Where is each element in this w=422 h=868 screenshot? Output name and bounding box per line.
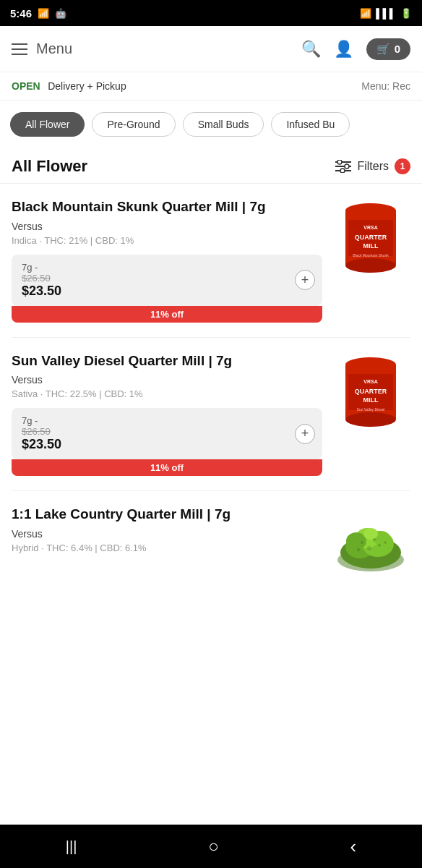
product-info: Sun Valley Diesel Quarter Mill | 7g Vers… xyxy=(12,352,331,477)
wifi-icon: 📶 xyxy=(360,8,371,19)
product-image xyxy=(331,506,410,585)
svg-point-35 xyxy=(384,541,387,544)
discount-badge: 11% off xyxy=(12,306,322,323)
svg-point-30 xyxy=(361,541,363,544)
status-bar: 5:46 📶 🤖 📶 ▌▌▌ 🔋 xyxy=(0,0,422,26)
list-item: Sun Valley Diesel Quarter Mill | 7g Vers… xyxy=(12,338,410,492)
tab-pre-ground[interactable]: Pre-Ground xyxy=(92,112,175,137)
recent-nav-button[interactable]: ‹ xyxy=(335,828,371,865)
product-meta: Indica · THC: 21% | CBD: 1% xyxy=(12,235,322,246)
cart-icon: 🛒 xyxy=(376,43,390,56)
back-nav-button[interactable]: ||| xyxy=(51,831,92,862)
product-brand: Versus xyxy=(12,374,322,386)
battery-icon: 🔋 xyxy=(400,8,412,19)
price-original: $26.50 xyxy=(22,426,61,437)
nav-left: Menu xyxy=(12,41,72,57)
product-info: 1:1 Lake Country Quarter Mill | 7g Versu… xyxy=(12,506,331,562)
page-header: All Flower Filters 1 xyxy=(0,148,422,184)
svg-text:QUARTER: QUARTER xyxy=(355,234,387,241)
svg-text:Black Mountain Skunk: Black Mountain Skunk xyxy=(353,253,389,258)
svg-point-4 xyxy=(345,164,349,169)
signal-icon: 📶 xyxy=(38,8,49,19)
android-icon: 🤖 xyxy=(55,8,66,19)
product-can-image: VRSA QUARTER MILL Black Mountain Skunk xyxy=(338,202,403,274)
svg-point-28 xyxy=(346,532,366,550)
price-details: 7g - $26.50 $23.50 xyxy=(22,262,61,299)
svg-point-16 xyxy=(345,412,396,427)
price-box: 7g - $26.50 $23.50 + xyxy=(12,255,322,306)
price-details: 7g - $26.50 $23.50 xyxy=(22,415,61,452)
list-item: 1:1 Lake Country Quarter Mill | 7g Versu… xyxy=(12,491,410,600)
price-original: $26.50 xyxy=(22,273,61,284)
product-can-image: VRSA QUARTER MILL Sun Valley Diesel xyxy=(338,356,403,428)
add-to-cart-button[interactable]: + xyxy=(295,424,315,444)
discount-badge: 11% off xyxy=(12,459,322,476)
svg-text:MILL: MILL xyxy=(363,396,379,404)
filters-button[interactable]: Filters 1 xyxy=(335,158,410,174)
filter-count-badge: 1 xyxy=(395,158,410,174)
svg-text:VRSA: VRSA xyxy=(363,225,377,230)
svg-text:VRSA: VRSA xyxy=(363,379,377,384)
price-box: 7g - $26.50 $23.50 + xyxy=(12,408,322,459)
price-group: 7g - $26.50 $23.50 + 11% off xyxy=(12,408,322,476)
svg-point-8 xyxy=(345,258,396,273)
menu-type: Menu: Rec xyxy=(361,80,410,93)
open-badge: OPEN xyxy=(12,80,40,92)
tab-infused[interactable]: Infused Bu xyxy=(271,112,350,137)
status-bar-right: 📶 ▌▌▌ 🔋 xyxy=(360,8,412,19)
product-name: 1:1 Lake Country Quarter Mill | 7g xyxy=(12,506,322,524)
svg-text:MILL: MILL xyxy=(363,242,379,250)
svg-point-32 xyxy=(367,546,371,550)
category-tabs: All Flower Pre-Ground Small Buds Infused… xyxy=(0,101,422,148)
svg-point-3 xyxy=(337,160,342,164)
menu-label: Menu: Rec xyxy=(361,80,410,92)
nav-title: Menu xyxy=(36,41,72,57)
nav-bar: Menu 🔍 👤 🛒 0 xyxy=(0,26,422,72)
product-list: Black Mountain Skunk Quarter Mill | 7g V… xyxy=(0,184,422,600)
nav-right: 🔍 👤 🛒 0 xyxy=(301,38,410,60)
add-to-cart-button[interactable]: + xyxy=(295,270,315,290)
product-meta: Sativa · THC: 22.5% | CBD: 1% xyxy=(12,388,322,399)
status-bar-left: 5:46 📶 🤖 xyxy=(10,7,66,20)
svg-point-31 xyxy=(373,538,376,541)
filters-icon xyxy=(335,160,351,173)
delivery-text: Delivery + Pickup xyxy=(48,80,126,92)
price-group: 7g - $26.50 $23.50 + 11% off xyxy=(12,255,322,323)
product-meta: Hybrid · THC: 6.4% | CBD: 6.1% xyxy=(12,542,322,553)
svg-point-33 xyxy=(378,544,381,547)
price-current: $23.50 xyxy=(22,284,61,299)
filters-label: Filters xyxy=(357,160,389,173)
sub-header: OPEN Delivery + Pickup Menu: Rec xyxy=(0,72,422,101)
product-info: Black Mountain Skunk Quarter Mill | 7g V… xyxy=(12,198,331,323)
svg-point-5 xyxy=(340,169,345,173)
cart-button[interactable]: 🛒 0 xyxy=(366,38,410,60)
cart-count: 0 xyxy=(395,43,400,55)
price-current: $23.50 xyxy=(22,437,61,452)
product-name: Black Mountain Skunk Quarter Mill | 7g xyxy=(12,198,322,216)
store-status: OPEN Delivery + Pickup xyxy=(12,80,126,93)
svg-text:Sun Valley Diesel: Sun Valley Diesel xyxy=(357,407,385,412)
product-image: VRSA QUARTER MILL Sun Valley Diesel xyxy=(331,352,410,432)
list-item: Black Mountain Skunk Quarter Mill | 7g V… xyxy=(12,184,410,338)
price-size-label: 7g - xyxy=(22,415,61,426)
status-time: 5:46 xyxy=(10,7,32,20)
product-name: Sun Valley Diesel Quarter Mill | 7g xyxy=(12,352,322,370)
product-image: VRSA QUARTER MILL Black Mountain Skunk xyxy=(331,198,410,278)
search-icon[interactable]: 🔍 xyxy=(301,40,321,59)
svg-point-34 xyxy=(357,548,360,551)
home-nav-button[interactable]: ○ xyxy=(194,829,233,864)
hamburger-menu-button[interactable] xyxy=(12,43,27,55)
account-icon[interactable]: 👤 xyxy=(334,40,353,59)
product-brand: Versus xyxy=(12,528,322,540)
price-size-label: 7g - xyxy=(22,262,61,273)
bottom-nav: ||| ○ ‹ xyxy=(0,825,422,868)
product-brand: Versus xyxy=(12,221,322,232)
tab-all-flower[interactable]: All Flower xyxy=(10,112,85,137)
page-title: All Flower xyxy=(12,157,87,176)
svg-text:QUARTER: QUARTER xyxy=(355,388,387,395)
tab-small-buds[interactable]: Small Buds xyxy=(183,112,264,137)
signal-bars-icon: ▌▌▌ xyxy=(376,8,396,19)
product-herb-image xyxy=(335,516,407,574)
svg-point-29 xyxy=(363,528,378,540)
